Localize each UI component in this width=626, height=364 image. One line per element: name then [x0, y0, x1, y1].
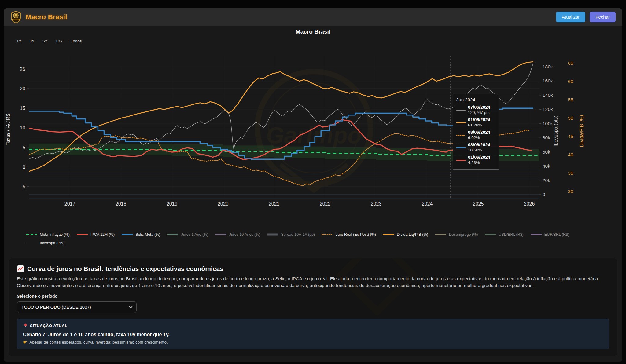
- legend-label-ipca: IPCA 12M (%): [90, 232, 115, 237]
- legend-label-spread: Spread 10A-1A (pp): [281, 232, 315, 237]
- close-button[interactable]: Fechar: [590, 12, 616, 22]
- legend-swatch-spread: [267, 233, 279, 236]
- info-title-row: Curva de juros no Brasil: tendências e e…: [17, 265, 609, 272]
- svg-text:140k: 140k: [543, 93, 553, 98]
- legend-item-usdbrl[interactable]: USD/BRL (R$): [484, 232, 524, 237]
- situation-header-row: SITUAÇÃO ATUAL: [23, 323, 603, 328]
- legend-label-juros1: Juros 1 Ano (%): [181, 232, 208, 237]
- legend-swatch-selic: [121, 233, 133, 236]
- period-select[interactable]: TODO O PERÍODO (DESDE 2007): [17, 301, 137, 313]
- svg-text:2018: 2018: [116, 201, 127, 206]
- tooltip-row-ipca: 01/06/20244.23%: [456, 155, 495, 165]
- legend-swatch-divida: [383, 233, 394, 236]
- garimpo-watermark: Garimpo: [257, 71, 370, 191]
- svg-text:15: 15: [20, 105, 25, 111]
- tooltip-value: 61.28%: [468, 122, 490, 128]
- tooltip-value: 10.50%: [468, 147, 490, 153]
- legend-swatch-desemprego: [435, 233, 447, 236]
- legend-item-eurbrl[interactable]: EUR/BRL (R$): [530, 232, 569, 237]
- svg-text:45: 45: [568, 134, 573, 139]
- tooltip-row-juro_real: 08/06/20246.02%: [456, 129, 495, 140]
- svg-text:20: 20: [20, 86, 25, 91]
- svg-text:−5: −5: [20, 184, 25, 189]
- legend-item-juro_real[interactable]: Juro Real (Ex-Post) (%): [322, 232, 376, 237]
- garimpo-crest-logo-icon: [10, 11, 21, 23]
- svg-text:Dívida/PIB (%): Dívida/PIB (%): [579, 115, 584, 147]
- tooltip-swatch-ibovespa-icon: [456, 109, 466, 111]
- chart-legend: Meta Inflação (%)IPCA 12M (%)Selic Meta …: [26, 232, 591, 245]
- svg-text:0: 0: [543, 192, 545, 197]
- svg-text:2026: 2026: [524, 201, 535, 206]
- svg-text:5: 5: [23, 145, 25, 150]
- period-select-label: Selecione o período: [17, 294, 609, 299]
- svg-text:55: 55: [568, 97, 573, 102]
- chart-title: Macro Brasil: [4, 28, 622, 35]
- legend-item-spread[interactable]: Spread 10A-1A (pp): [267, 232, 315, 237]
- svg-text:160k: 160k: [543, 78, 553, 83]
- svg-text:30: 30: [568, 189, 573, 194]
- legend-item-desemprego[interactable]: Desemprego (%): [435, 232, 478, 237]
- legend-label-eurbrl: EUR/BRL (R$): [544, 232, 569, 237]
- svg-text:25: 25: [20, 66, 25, 72]
- svg-text:120k: 120k: [543, 107, 553, 112]
- app-title: Macro Brasil: [26, 13, 67, 21]
- legend-item-juros10[interactable]: Juros 10 Anos (%): [215, 232, 260, 237]
- svg-text:60k: 60k: [543, 149, 550, 155]
- legend-item-ibovespa[interactable]: Ibovespa (Pts): [26, 241, 64, 245]
- tooltip-value: 120,767 pts: [468, 110, 490, 115]
- svg-text:50: 50: [568, 115, 573, 121]
- legend-swatch-meta: [26, 233, 37, 236]
- info-card: Curva de juros no Brasil: tendências e e…: [9, 258, 617, 356]
- legend-item-juros1[interactable]: Juros 1 Ano (%): [167, 232, 208, 237]
- chart-block: Macro Brasil 1Y3Y5Y10YTodos Garimpo−5051…: [4, 28, 622, 245]
- svg-text:40k: 40k: [543, 163, 550, 169]
- svg-text:60: 60: [568, 79, 573, 84]
- tooltip-date: 07/06/2024: [468, 104, 490, 110]
- legend-item-divida[interactable]: Dívida Líq/PIB (%): [383, 232, 428, 237]
- period-select-wrap: TODO O PERÍODO (DESDE 2007): [17, 301, 137, 313]
- pushpin-icon: [23, 323, 28, 328]
- svg-text:40: 40: [568, 152, 573, 157]
- app-panel: Macro Brasil Atualizar Fechar Macro Bras…: [4, 8, 622, 362]
- situation-header: SITUAÇÃO ATUAL: [30, 323, 68, 328]
- situation-scenario: Cenário 7: Juros de 1 e 10 anos caindo, …: [23, 332, 603, 337]
- tooltip-swatch-ipca-icon: [456, 159, 466, 161]
- range-button-3y[interactable]: 3Y: [30, 39, 35, 45]
- legend-item-meta[interactable]: Meta Inflação (%): [26, 232, 70, 237]
- range-selector: 1Y3Y5Y10YTodos: [17, 39, 622, 45]
- tooltip-swatch-divida-icon: [456, 122, 466, 124]
- chart-increasing-icon: [17, 265, 24, 272]
- info-title: Curva de juros no Brasil: tendências e e…: [27, 265, 223, 272]
- tooltip-value: 4.23%: [468, 160, 490, 165]
- legend-label-divida: Dívida Líq/PIB (%): [397, 232, 428, 237]
- legend-item-ipca[interactable]: IPCA 12M (%): [76, 232, 115, 237]
- svg-text:65: 65: [568, 60, 573, 66]
- svg-text:2020: 2020: [218, 201, 229, 206]
- pointing-hand-icon: ☛: [23, 340, 27, 344]
- tooltip-swatch-selic-icon: [456, 147, 466, 149]
- refresh-button[interactable]: Atualizar: [556, 12, 585, 22]
- svg-text:2024: 2024: [422, 201, 433, 206]
- legend-item-selic[interactable]: Selic Meta (%): [121, 232, 160, 237]
- chart-tooltip: Jun 2024 07/06/2024120,767 pts01/06/2024…: [453, 94, 499, 170]
- svg-text:2025: 2025: [473, 201, 484, 206]
- range-button-1y[interactable]: 1Y: [17, 39, 22, 45]
- range-button-10y[interactable]: 10Y: [56, 39, 63, 45]
- tooltip-date: 01/06/2024: [468, 155, 490, 160]
- tooltip-row-selic: 08/06/202410.50%: [456, 142, 495, 153]
- legend-label-juro_real: Juro Real (Ex-Post) (%): [336, 232, 376, 237]
- svg-text:2019: 2019: [167, 201, 178, 206]
- legend-swatch-ipca: [76, 233, 88, 236]
- svg-text:100k: 100k: [543, 121, 553, 126]
- situation-note-row: ☛ Apesar de cortes esperados, curva inve…: [23, 340, 603, 344]
- svg-text:Garimpo: Garimpo: [266, 122, 362, 148]
- range-button-todos[interactable]: Todos: [71, 39, 82, 45]
- macro-chart-canvas[interactable]: Garimpo−50510152025020k40k60k80k100k120k…: [4, 52, 622, 210]
- legend-swatch-juros1: [167, 233, 179, 236]
- legend-swatch-juro_real: [322, 233, 333, 236]
- situation-note: Apesar de cortes esperados, curva invert…: [29, 340, 168, 344]
- svg-text:2022: 2022: [320, 201, 331, 206]
- legend-label-usdbrl: USD/BRL (R$): [499, 232, 524, 237]
- range-button-5y[interactable]: 5Y: [42, 39, 48, 45]
- svg-text:0: 0: [23, 164, 25, 170]
